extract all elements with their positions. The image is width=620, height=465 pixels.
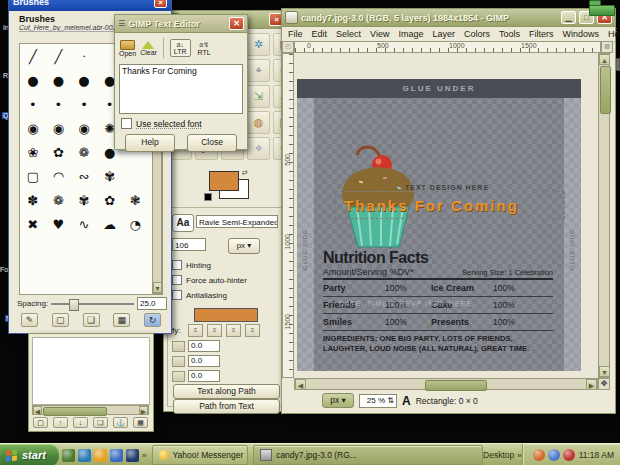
menu-windows[interactable]: Windows (558, 29, 603, 39)
brush-thumbnail[interactable]: • (20, 92, 46, 116)
brush-thumbnail[interactable]: • (71, 92, 97, 116)
brush-thumbnail[interactable]: • (46, 92, 72, 116)
brush-thumbnail[interactable]: ✖ (20, 212, 46, 236)
spacing-value-field[interactable]: 0.0 (188, 355, 220, 367)
brush-thumbnail[interactable]: ✿ (97, 188, 123, 212)
brush-thumbnail[interactable]: ✽ (20, 188, 46, 212)
airbrush-tool-icon[interactable]: ✧ (247, 137, 270, 160)
menu-colors[interactable]: Colors (460, 29, 494, 39)
lower-button[interactable]: ↓ (73, 417, 88, 428)
dock-content[interactable] (32, 337, 150, 405)
brush-thumbnail[interactable]: ● (46, 68, 72, 92)
menu-edit[interactable]: Edit (308, 29, 332, 39)
menu-file[interactable]: File (284, 29, 307, 39)
close-button-editor[interactable]: Close (187, 134, 237, 152)
default-colors-icon[interactable] (204, 193, 212, 201)
brush-thumbnail[interactable]: ◠ (46, 164, 72, 188)
brush-thumbnail[interactable]: ☁ (97, 212, 123, 236)
duplicate-button[interactable]: ❏ (93, 417, 108, 428)
zoom-spinner[interactable]: 25 % ⇅ (359, 394, 397, 408)
scale-tool-icon[interactable]: ⇲ (247, 85, 270, 108)
tray-icon-3[interactable] (563, 449, 575, 461)
brush-thumbnail[interactable]: ╱ (46, 44, 72, 68)
rtl-button[interactable]: a↯ RTL (195, 40, 214, 57)
use-selected-font-checkbox[interactable] (121, 118, 132, 129)
text-layer[interactable]: Thanks For Coming (336, 197, 519, 214)
menu-image[interactable]: Image (394, 29, 427, 39)
menu-view[interactable]: View (366, 29, 393, 39)
menu-select[interactable]: Select (332, 29, 365, 39)
justify-fill-button[interactable]: ≡ (245, 324, 260, 337)
brush-thumbnail[interactable]: ❁ (71, 140, 97, 164)
brush-thumbnail[interactable]: ● (71, 68, 97, 92)
antialiasing-checkbox[interactable] (172, 290, 182, 300)
tray-icon-1[interactable] (533, 449, 545, 461)
text-color-button[interactable] (194, 308, 258, 322)
help-button[interactable]: Help (125, 134, 175, 152)
brush-thumbnail[interactable]: ◉ (20, 116, 46, 140)
brush-thumbnail[interactable]: ◉ (71, 116, 97, 140)
vertical-ruler[interactable]: 50010001500 (282, 53, 294, 378)
menu-help[interactable]: Help (604, 29, 620, 39)
font-preview-button[interactable]: Aa (172, 214, 194, 232)
brush-thumbnail[interactable]: ∿ (71, 212, 97, 236)
font-name-field[interactable]: Ravie Semi-Expanded (196, 215, 278, 228)
menu-filters[interactable]: Filters (525, 29, 558, 39)
menu-icon[interactable]: ☰ (118, 19, 125, 28)
ruler-right-icon[interactable]: ▨ (601, 41, 613, 53)
brush-thumbnail[interactable]: ❀ (20, 140, 46, 164)
taskbar-clock[interactable]: 11:18 AM (579, 450, 614, 460)
brush-thumbnail[interactable]: ╱ (20, 44, 46, 68)
unit-dropdown[interactable]: px ▾ (322, 393, 354, 408)
brush-thumbnail[interactable]: ✾ (97, 164, 123, 188)
quick-launch-4-icon[interactable] (110, 449, 123, 462)
minimize-button[interactable]: ▁ (561, 11, 576, 24)
brush-thumbnail[interactable]: ● (20, 68, 46, 92)
horizontal-ruler[interactable]: 050010001500 (294, 41, 601, 53)
hinting-checkbox[interactable] (172, 260, 182, 270)
duplicate-brush-button[interactable]: ❏ (83, 313, 100, 327)
spacing-value[interactable]: 25.0 (137, 297, 167, 310)
menu-layer[interactable]: Layer (428, 29, 459, 39)
path-from-text-button[interactable]: Path from Text (173, 399, 280, 414)
brush-thumbnail[interactable]: ᐧ (71, 44, 97, 68)
brush-thumbnail[interactable]: ▢ (20, 164, 46, 188)
horizontal-scrollbar[interactable]: ◀ ▶ (294, 378, 598, 390)
foreground-color-swatch[interactable] (209, 171, 239, 191)
measure-tool-icon[interactable]: ⌖ (247, 59, 270, 82)
spacing-value-field[interactable]: 0.0 (188, 370, 220, 382)
brush-thumbnail[interactable]: ✿ (46, 140, 72, 164)
quick-launch-3-icon[interactable] (94, 449, 107, 462)
spacing-slider[interactable] (51, 303, 134, 305)
size-unit-dropdown[interactable]: px ▾ (228, 238, 260, 254)
brush-thumbnail[interactable]: ❃ (122, 188, 148, 212)
brush-thumbnail[interactable]: ♥ (46, 212, 72, 236)
vertical-scrollbar[interactable]: ▲ ▼ (598, 53, 610, 378)
brushes-close-button[interactable]: × (154, 0, 167, 8)
brush-thumbnail[interactable]: ◔ (122, 212, 148, 236)
bucket-fill-tool-icon[interactable]: ◍ (247, 111, 270, 134)
text-editor-textarea[interactable]: Thanks For Coming (119, 64, 243, 114)
force-auto-hinter-checkbox[interactable] (172, 275, 182, 285)
brush-thumbnail[interactable]: ✾ (71, 188, 97, 212)
brush-thumbnail[interactable]: ❁ (46, 188, 72, 212)
refresh-brushes-button[interactable]: ↻ (144, 313, 161, 327)
swap-colors-icon[interactable]: ⇄ (242, 169, 248, 177)
canvas-area[interactable]: GLUE UNDER GLUE SIDE GLUE SIDE (294, 53, 598, 378)
brush-thumbnail[interactable]: ∾ (71, 164, 97, 188)
text-editor-close-icon[interactable]: ✕ (229, 17, 244, 30)
task-button-yahoo[interactable]: Yahoo! Messenger (152, 445, 249, 465)
navigation-button[interactable]: ✥ (598, 378, 610, 390)
quick-launch-chevron[interactable]: » (142, 451, 146, 460)
edit-brush-button[interactable]: ✎ (21, 313, 38, 327)
new-button[interactable]: ▢ (33, 417, 48, 428)
quick-launch-1-icon[interactable] (62, 449, 75, 462)
spacing-value-field[interactable]: 0.0 (188, 340, 220, 352)
quick-launch-2-icon[interactable] (78, 449, 91, 462)
clear-button[interactable]: Clear (140, 41, 157, 56)
brush-thumbnail[interactable] (122, 164, 148, 188)
new-brush-button[interactable]: ▢ (52, 313, 69, 327)
justify-right-button[interactable]: ≡ (207, 324, 222, 337)
task-button-gimp[interactable]: candy7.jpg-3.0 (RG... (253, 445, 483, 465)
start-button[interactable]: start (0, 444, 59, 465)
